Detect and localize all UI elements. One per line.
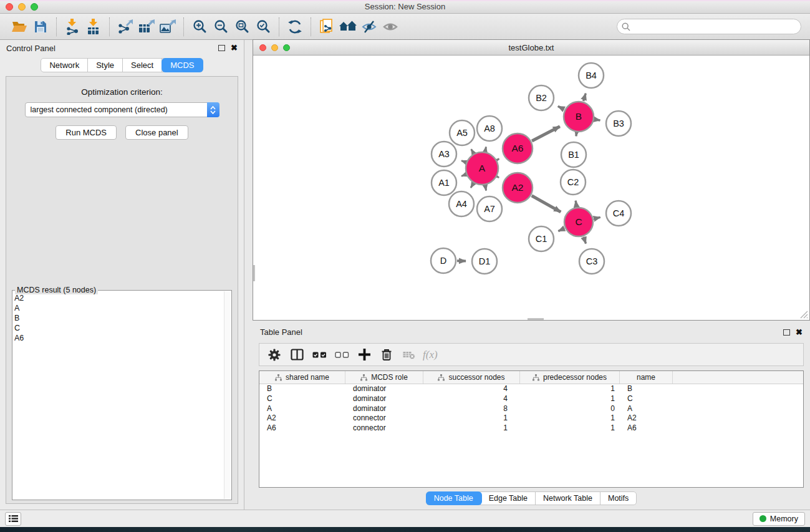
table-cell[interactable]: dominator: [345, 404, 423, 414]
tab-select[interactable]: Select: [123, 59, 162, 72]
refresh-icon[interactable]: [284, 17, 306, 37]
tab-network[interactable]: Network: [41, 59, 88, 72]
graph-node-C3[interactable]: [579, 249, 604, 274]
mcds-result-list[interactable]: A2ABCA6: [14, 293, 223, 499]
graph-edge-A-A5[interactable]: [471, 149, 474, 153]
settings-gear-icon[interactable]: [264, 346, 284, 364]
home-icon[interactable]: [337, 17, 359, 37]
add-column-icon[interactable]: [354, 346, 374, 364]
mcds-result-item[interactable]: A2: [14, 293, 223, 303]
graph-node-C1[interactable]: [529, 226, 554, 251]
graph-node-B1[interactable]: [561, 142, 586, 167]
graph-edge-A-A2[interactable]: [498, 177, 499, 177]
import-table-icon[interactable]: [83, 17, 104, 37]
table-cell[interactable]: dominator: [345, 394, 423, 404]
toggle-panes-icon[interactable]: [287, 346, 307, 364]
graph-edge-B-B1[interactable]: [576, 133, 577, 136]
graph-node-A2[interactable]: [503, 173, 533, 203]
tab-node-table[interactable]: Node Table: [427, 492, 481, 505]
table-cell[interactable]: A: [620, 404, 673, 414]
graph-edge-A-A8[interactable]: [485, 147, 486, 151]
graph-edge-C-C3[interactable]: [584, 237, 586, 244]
open-session-icon[interactable]: [9, 17, 30, 37]
graph-node-A3[interactable]: [432, 142, 456, 167]
save-session-icon[interactable]: [30, 17, 51, 37]
table-cell[interactable]: dominator: [345, 384, 423, 394]
result-scrollbar[interactable]: [224, 291, 231, 499]
delete-table-icon[interactable]: [399, 346, 419, 364]
zoom-fit-icon[interactable]: [231, 17, 253, 37]
table-cell[interactable]: 8: [423, 404, 520, 414]
select-all-icon[interactable]: [309, 346, 329, 364]
graph-node-B3[interactable]: [606, 111, 631, 136]
export-table-icon[interactable]: [136, 17, 157, 37]
graph-edge-A2-C[interactable]: [532, 196, 561, 212]
export-network-icon[interactable]: [115, 17, 136, 37]
graph-edge-C-C2[interactable]: [576, 201, 576, 207]
close-table-panel-icon[interactable]: ✖: [796, 329, 803, 336]
tab-motifs[interactable]: Motifs: [600, 492, 636, 505]
delete-column-icon[interactable]: [377, 346, 397, 364]
graph-edge-A-A1[interactable]: [461, 175, 466, 177]
graph-edge-A-A7[interactable]: [485, 186, 486, 191]
float-table-panel-icon[interactable]: [783, 329, 790, 336]
close-panel-icon[interactable]: ✖: [231, 45, 238, 51]
graph-node-A7[interactable]: [477, 196, 502, 221]
table-cell[interactable]: A2: [259, 414, 345, 423]
graph-node-C2[interactable]: [561, 170, 586, 195]
graph-node-A5[interactable]: [450, 120, 475, 145]
mcds-result-item[interactable]: C: [14, 323, 223, 333]
import-network-icon[interactable]: [62, 17, 83, 37]
table-row[interactable]: Adominator80A: [259, 404, 803, 414]
table-row[interactable]: Cdominator41C: [259, 394, 803, 404]
export-image-icon[interactable]: [157, 17, 178, 37]
table-cell[interactable]: 0: [520, 404, 620, 414]
table-cell[interactable]: A2: [620, 414, 673, 423]
function-builder-icon[interactable]: f(x): [422, 349, 438, 361]
graph-edge-B-B2[interactable]: [558, 106, 564, 109]
tab-mcds[interactable]: MCDS: [162, 59, 202, 72]
horizontal-scroll-indicator[interactable]: [528, 318, 544, 320]
graph-edge-A-A4[interactable]: [471, 183, 473, 188]
graph-node-A6[interactable]: [503, 133, 533, 163]
table-cell[interactable]: 4: [423, 384, 520, 394]
table-row[interactable]: Bdominator41B: [259, 384, 803, 394]
table-cell[interactable]: 1: [423, 414, 520, 423]
network-document-icon[interactable]: [316, 17, 337, 37]
graph-node-A[interactable]: [466, 152, 498, 185]
tab-style[interactable]: Style: [88, 59, 123, 72]
hide-network-icon[interactable]: [359, 17, 380, 37]
show-network-icon[interactable]: [380, 17, 401, 37]
table-cell[interactable]: A6: [259, 423, 345, 433]
table-cell[interactable]: B: [620, 384, 673, 394]
graph-node-C[interactable]: [564, 208, 593, 236]
graph-edge-A-A3[interactable]: [461, 161, 466, 163]
graph-node-A4[interactable]: [449, 191, 474, 216]
table-row[interactable]: A2connector11A2: [259, 414, 803, 423]
zoom-selected-icon[interactable]: [253, 17, 274, 37]
graph-edge-C-C4[interactable]: [594, 217, 600, 218]
mcds-result-item[interactable]: A6: [14, 333, 223, 343]
vertical-scroll-indicator[interactable]: [253, 265, 255, 281]
column-header-shared-name[interactable]: shared name: [259, 371, 345, 384]
tab-network-table[interactable]: Network Table: [536, 492, 600, 505]
mcds-result-item[interactable]: B: [14, 313, 223, 323]
table-cell[interactable]: C: [259, 394, 345, 404]
column-header-successor-nodes[interactable]: successor nodes: [423, 371, 520, 384]
table-cell[interactable]: 1: [520, 423, 620, 433]
graph-node-A8[interactable]: [477, 116, 502, 141]
column-header-MCDS-role[interactable]: MCDS role: [345, 371, 423, 384]
graph-node-C4[interactable]: [606, 201, 631, 226]
graph-edge-C-C1[interactable]: [558, 228, 564, 231]
criterion-select[interactable]: largest connected component (directed): [25, 102, 219, 117]
search-field[interactable]: [617, 19, 801, 34]
zoom-out-icon[interactable]: [210, 17, 231, 37]
memory-button[interactable]: Memory: [753, 512, 805, 526]
close-panel-button[interactable]: Close panel: [125, 125, 188, 140]
table-cell[interactable]: A6: [620, 423, 673, 433]
table-cell[interactable]: B: [259, 384, 345, 394]
table-row[interactable]: A6connector11A6: [259, 423, 803, 433]
table-cell[interactable]: 4: [423, 394, 520, 404]
tab-edge-table[interactable]: Edge Table: [481, 492, 536, 505]
graph-node-A1[interactable]: [432, 170, 456, 195]
